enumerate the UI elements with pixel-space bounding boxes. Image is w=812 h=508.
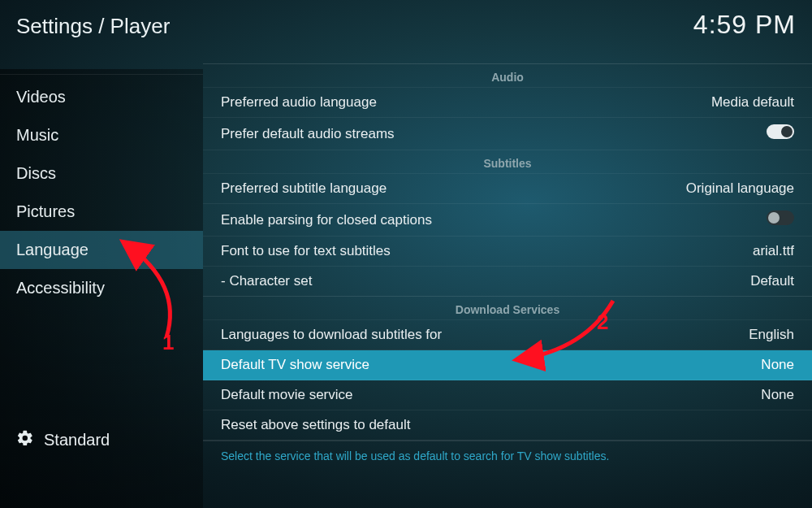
setting-enable-closed-captions[interactable]: Enable parsing for closed captions xyxy=(203,204,812,237)
setting-preferred-audio-language[interactable]: Preferred audio language Media default xyxy=(203,88,812,118)
toggle-on-icon[interactable] xyxy=(767,124,794,143)
setting-prefer-default-audio-streams[interactable]: Prefer default audio streams xyxy=(203,118,812,150)
sidebar-item-pictures[interactable]: Pictures xyxy=(0,193,203,231)
setting-default-tv-show-service[interactable]: Default TV show service None xyxy=(203,350,812,380)
settings-level-label: Standard xyxy=(44,431,110,449)
setting-label: Languages to download subtitles for xyxy=(221,327,442,343)
setting-value: Default xyxy=(750,273,794,289)
setting-label: Reset above settings to default xyxy=(221,417,410,433)
setting-label: Default movie service xyxy=(221,387,353,403)
clock: 4:59 PM xyxy=(693,10,796,40)
setting-subtitle-font[interactable]: Font to use for text subtitles arial.ttf xyxy=(203,237,812,267)
setting-label: Prefer default audio streams xyxy=(221,126,395,142)
setting-label: Enable parsing for closed captions xyxy=(221,212,432,228)
setting-reset-defaults[interactable]: Reset above settings to default xyxy=(203,410,812,441)
sidebar: Videos Music Discs Pictures Language Acc… xyxy=(0,69,203,508)
setting-value: arial.ttf xyxy=(753,243,794,259)
setting-languages-to-download[interactable]: Languages to download subtitles for Engl… xyxy=(203,320,812,350)
breadcrumb: Settings / Player xyxy=(16,14,170,39)
settings-level-button[interactable]: Standard xyxy=(16,429,110,451)
setting-value: Media default xyxy=(711,94,794,111)
help-text: Select the service that will be used as … xyxy=(203,441,812,471)
setting-label: Default TV show service xyxy=(221,357,369,373)
toggle-off-icon[interactable] xyxy=(767,211,794,229)
sidebar-item-label: Discs xyxy=(16,164,56,182)
sidebar-item-videos[interactable]: Videos xyxy=(0,78,203,116)
sidebar-item-label: Pictures xyxy=(16,202,75,220)
setting-character-set[interactable]: - Character set Default xyxy=(203,267,812,297)
setting-preferred-subtitle-language[interactable]: Preferred subtitle language Original lan… xyxy=(203,174,812,204)
setting-value: None xyxy=(761,357,794,373)
setting-label: Preferred subtitle language xyxy=(221,180,387,197)
sidebar-item-discs[interactable]: Discs xyxy=(0,154,203,193)
group-header-download-services: Download Services xyxy=(203,297,812,320)
setting-value: None xyxy=(761,387,794,403)
setting-label: Font to use for text subtitles xyxy=(221,243,391,259)
sidebar-item-accessibility[interactable]: Accessibility xyxy=(0,269,203,307)
gear-icon xyxy=(16,429,34,451)
group-header-subtitles: Subtitles xyxy=(203,150,812,174)
setting-value: English xyxy=(749,327,794,343)
group-header-audio: Audio xyxy=(203,64,812,88)
setting-label: - Character set xyxy=(221,273,312,289)
settings-panel: Audio Preferred audio language Media def… xyxy=(203,63,812,508)
sidebar-item-music[interactable]: Music xyxy=(0,116,203,154)
sidebar-item-label: Videos xyxy=(16,88,66,106)
sidebar-item-label: Accessibility xyxy=(16,279,105,297)
setting-label: Preferred audio language xyxy=(221,94,377,111)
sidebar-item-label: Music xyxy=(16,126,58,144)
setting-value: Original language xyxy=(686,180,794,197)
sidebar-item-label: Language xyxy=(16,241,89,258)
sidebar-item-language[interactable]: Language xyxy=(0,231,203,269)
setting-default-movie-service[interactable]: Default movie service None xyxy=(203,380,812,410)
